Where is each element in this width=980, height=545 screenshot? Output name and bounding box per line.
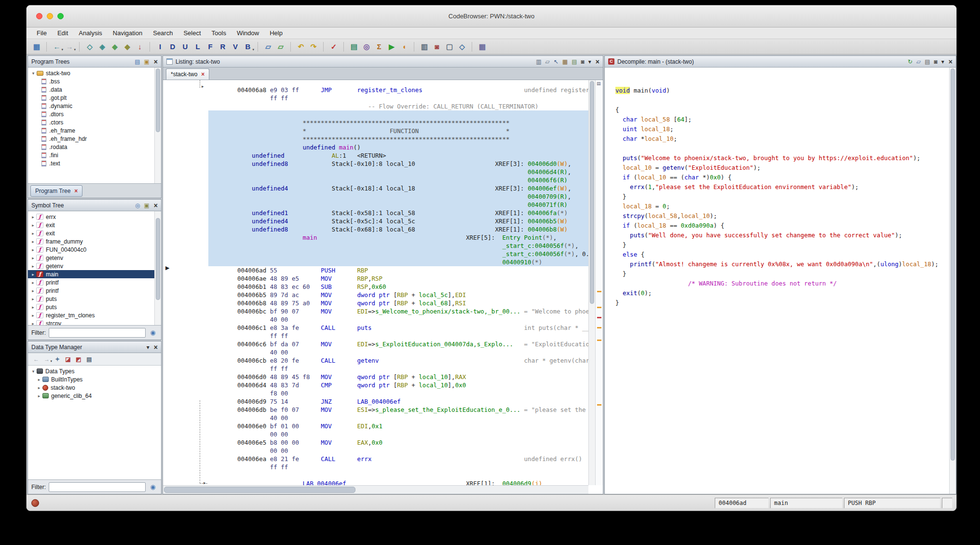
expander-icon[interactable]: ▸ — [30, 231, 36, 236]
decompile-close-icon[interactable]: × — [949, 58, 953, 65]
back-icon[interactable]: ←▾ — [51, 41, 63, 53]
function-create-icon[interactable]: F — [204, 41, 216, 53]
program-tree-tab-close-icon[interactable]: × — [74, 188, 78, 194]
clone-view-icon[interactable]: ▱ — [545, 59, 550, 65]
calculator-icon[interactable]: Σ — [373, 41, 385, 53]
tree-item-eh_frame[interactable]: .eh_frame — [28, 126, 154, 135]
symbol-FUN_004004c0[interactable]: ▸ƒFUN_004004c0 — [28, 245, 154, 254]
listing-marker-strip[interactable]: ▤ — [595, 80, 603, 485]
decompile-line[interactable]: /* WARNING: Subroutine does not return *… — [615, 279, 949, 288]
data-icon[interactable]: D — [167, 41, 178, 53]
listing-line[interactable]: 004006b5 89 7d ac MOV dword ptr [RBP + l… — [208, 291, 588, 299]
listing-vscrollbar[interactable] — [588, 80, 595, 485]
listing-line[interactable]: undefined1 Stack[-0x58]:1 local_58 XREF[… — [208, 209, 588, 217]
decompile-line[interactable]: exit(0); — [615, 288, 949, 298]
tab-close-icon[interactable]: × — [201, 71, 204, 77]
camera-icon[interactable]: ◙ — [934, 59, 938, 65]
diff-view-icon[interactable]: ▥ — [536, 59, 541, 65]
listing-line[interactable]: undefined4 Stack[-0x5c]:4 local_5c XREF[… — [208, 217, 588, 225]
tree-item-generic_clib_64[interactable]: ▸generic_clib_64 — [28, 392, 154, 400]
validate-icon[interactable]: ✓ — [328, 41, 340, 53]
listing-line[interactable]: 00 00 — [208, 447, 588, 455]
expander-icon[interactable]: ▸ — [36, 385, 42, 390]
listing-line[interactable]: 00 00 — [208, 430, 588, 438]
cursor-location-icon[interactable]: ↖ — [554, 59, 558, 65]
clear-code-bytes-icon[interactable]: ◇ — [84, 41, 95, 53]
decompile-code[interactable]: void main(void) { char local_58 [64]; ui… — [605, 68, 949, 494]
snapshot-icon[interactable]: ◙ — [431, 41, 443, 53]
symbol-tree-close-icon[interactable]: × — [154, 202, 158, 209]
menu-chevron-icon[interactable]: ▾ — [588, 59, 591, 65]
tree-item-dtors[interactable]: .dtors — [28, 110, 154, 118]
menu-chevron-icon[interactable]: ▾ — [941, 59, 944, 65]
tree-item-BuiltInTypes[interactable]: ▸BuiltInTypes — [28, 375, 154, 383]
export-icon[interactable]: ▤ — [925, 59, 930, 65]
expander-icon[interactable]: ▸ — [30, 272, 36, 277]
filter-arrays-icon[interactable]: ◪ — [63, 354, 73, 364]
listing-line[interactable]: ****************************************… — [208, 135, 588, 143]
symbol-filter-input[interactable] — [49, 328, 146, 338]
menu-search[interactable]: Search — [148, 27, 178, 39]
listing-line[interactable]: ****************************************… — [208, 119, 588, 127]
listing-hscrollbar[interactable] — [163, 485, 588, 494]
decompile-line[interactable] — [615, 144, 949, 153]
listing-line[interactable]: 00400709(R), — [208, 192, 588, 201]
new-window-icon[interactable]: ▤ — [135, 59, 140, 65]
decompile-line[interactable]: { — [615, 105, 949, 115]
decompile-line[interactable]: } — [615, 192, 949, 202]
toggle-margin-icon[interactable]: ▦ — [562, 59, 568, 65]
previous-datatype-icon[interactable]: ← — [31, 354, 41, 364]
expander-icon[interactable]: ▸ — [30, 305, 36, 310]
decompile-line[interactable]: if (local_18 == 0xd0a090a) { — [615, 221, 949, 231]
decompile-scrollbar[interactable] — [949, 68, 956, 494]
listing-line[interactable]: 004006e0 bf 01 00 MOV EDI,0x1 — [208, 422, 588, 430]
listing-body[interactable]: ▸ ▶ ▸ 004006a8 e9 03 ff JMP register_tm_… — [163, 80, 588, 485]
listing-line[interactable]: ff ff — [208, 332, 588, 340]
decompile-line[interactable]: local_18 = 0; — [615, 202, 949, 211]
expander-icon[interactable]: ▸ — [30, 264, 36, 269]
symbol-exit[interactable]: ▸ƒexit — [28, 221, 154, 229]
listing-line[interactable]: 004006b1 48 83 ec 60 SUB RSP,0x60 — [208, 283, 588, 291]
decompile-line[interactable]: } — [615, 240, 949, 250]
listing-line[interactable]: 004006f6(R) — [208, 176, 588, 184]
expander-icon[interactable]: ▸ — [30, 313, 36, 318]
symbol-tree-header[interactable]: Symbol Tree ◎▣× — [28, 200, 161, 211]
symbol-exit[interactable]: ▸ƒexit — [28, 229, 154, 237]
copy-icon[interactable]: ▱ — [262, 41, 274, 53]
dtm-filter-options-icon[interactable]: ◉ — [148, 482, 158, 492]
listing-line[interactable]: 004006ea e8 21 fe CALL errx undefined er… — [208, 455, 588, 463]
listing-line[interactable]: 004006db be f0 07 MOV ESI=>s_please_set_… — [208, 406, 588, 414]
listing-line[interactable]: ff ff — [208, 463, 588, 471]
symbol-tree-scrollbar[interactable] — [154, 211, 161, 325]
conflict-mode-icon[interactable]: ▤ — [84, 354, 94, 364]
preview-icon[interactable]: ✦ — [53, 354, 62, 364]
listing-line[interactable]: 004006e5 b8 00 00 MOV EAX,0x0 — [208, 438, 588, 447]
symbol-register_tm_clones[interactable]: ▸ƒregister_tm_clones — [28, 311, 154, 319]
processor-manual-icon[interactable]: ◇ — [456, 41, 468, 53]
symbol-filter-options-icon[interactable]: ◉ — [148, 328, 158, 338]
listing-line[interactable]: 40 00 — [208, 348, 588, 356]
listing-line[interactable]: LAB_004006ef XREF[1]: 004006d9(j) — [208, 479, 588, 485]
menu-chevron-icon[interactable]: ▾ — [147, 344, 150, 350]
decompile-line[interactable]: } — [615, 269, 949, 279]
expander-icon[interactable]: ▸ — [36, 377, 42, 382]
bookmark-icon[interactable]: B▾ — [242, 41, 254, 53]
expander-icon[interactable]: ▸ — [30, 280, 36, 285]
decompile-line[interactable]: void main(void) — [615, 86, 949, 95]
dtm-close-icon[interactable]: × — [154, 344, 158, 351]
symbol-puts[interactable]: ▸ƒputs — [28, 303, 154, 311]
symbol-frame_dummy[interactable]: ▸ƒframe_dummy — [28, 237, 154, 245]
listing-line[interactable]: 004006d4 48 83 7d CMP qword ptr [RBP + l… — [208, 381, 588, 389]
decompile-header[interactable]: C Decompile: main - (stack-two) ↻▱▤◙▾× — [605, 56, 956, 68]
expander-icon[interactable]: ▸ — [30, 239, 36, 244]
symbol-puts[interactable]: ▸ƒputs — [28, 295, 154, 303]
tree-item-rodata[interactable]: .rodata — [28, 143, 154, 151]
symbol-errx[interactable]: ▸ƒerrx — [28, 213, 154, 221]
camera-icon[interactable]: ◙ — [581, 59, 585, 65]
listing-line[interactable]: undefined8 Stack[-0x68]:8 local_68 XREF[… — [208, 225, 588, 233]
listing-header[interactable]: Listing: stack-two ▥▱↖▦▤◙▾× — [163, 56, 603, 68]
program-trees-close-icon[interactable]: × — [154, 58, 158, 65]
menu-window[interactable]: Window — [231, 27, 264, 39]
menu-edit[interactable]: Edit — [52, 27, 73, 39]
symbol-getenv[interactable]: ▸ƒgetenv — [28, 254, 154, 262]
